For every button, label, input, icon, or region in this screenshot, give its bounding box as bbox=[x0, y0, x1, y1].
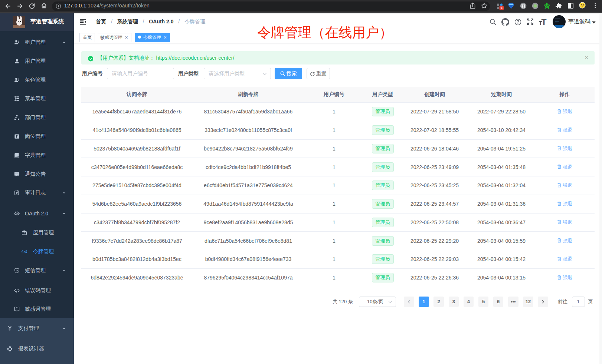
svg-text:a: a bbox=[24, 250, 25, 253]
svg-text:9: 9 bbox=[501, 6, 503, 10]
